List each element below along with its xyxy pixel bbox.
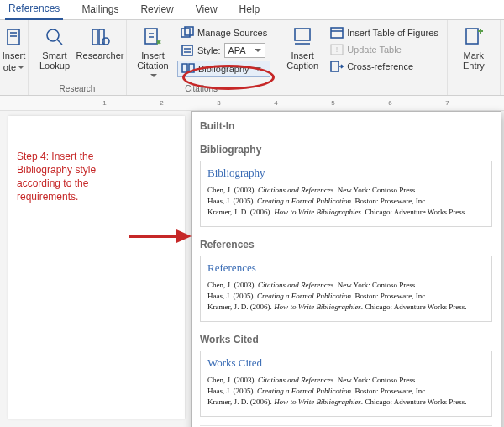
citation-icon <box>143 25 163 49</box>
instruction-text: Step 4: Insert the Bibliography style ac… <box>17 150 126 203</box>
insert-table-figures-label: Insert Table of Figures <box>347 28 438 38</box>
group-research: Smart Lookup Researcher Research <box>29 20 127 95</box>
caption-icon <box>292 25 312 49</box>
svg-point-3 <box>47 29 59 41</box>
update-table-button: ! Update Table <box>327 42 442 57</box>
tab-help[interactable]: Help <box>236 0 264 19</box>
insert-caption-label: Insert Caption <box>286 50 318 71</box>
gallery-heading-bibliography: Bibliography <box>200 144 492 156</box>
chevron-down-icon <box>253 64 261 74</box>
cross-ref-icon <box>330 60 344 73</box>
tab-review[interactable]: Review <box>137 0 176 19</box>
style-icon <box>181 44 194 57</box>
manage-sources-button[interactable]: Manage Sources <box>177 25 270 40</box>
gallery-separator <box>200 425 492 426</box>
manage-sources-label: Manage Sources <box>197 28 267 38</box>
note-icon <box>6 25 23 49</box>
svg-rect-12 <box>295 29 310 40</box>
bib-entry: Chen, J. (2003). Citations and Reference… <box>207 375 485 386</box>
ribbon-tabs: References Mailings Review View Help <box>0 0 504 20</box>
svg-rect-6 <box>99 29 104 45</box>
svg-rect-11 <box>182 45 192 55</box>
svg-rect-0 <box>8 29 19 45</box>
ruler-right: 1 · · · 2 · · · 3 · · · 4 · · · 5 · · · … <box>102 99 496 107</box>
group-index: Mark Entry <box>448 20 501 95</box>
gallery-item-works-cited[interactable]: Works Cited Chen, J. (2003). Citations a… <box>200 351 492 417</box>
ruler-left: · · · · · · <box>8 99 84 107</box>
insert-caption-button[interactable]: Insert Caption <box>281 22 323 71</box>
researcher-label: Researcher <box>76 50 124 61</box>
update-table-label: Update Table <box>347 45 402 55</box>
gallery-heading-works-cited: Works Cited <box>200 334 492 345</box>
tab-references[interactable]: References <box>5 0 63 20</box>
svg-rect-5 <box>92 29 97 45</box>
insert-note-label: Insert <box>3 50 26 61</box>
svg-rect-18 <box>331 61 339 71</box>
bib-entry: Kramer, J. D. (2006). How to Write Bibli… <box>207 207 485 218</box>
style-label: Style: <box>197 45 221 55</box>
gallery-builtin-heading: Built-In <box>200 120 492 132</box>
bib-entry: Haas, J. (2005). Creating a Formal Publi… <box>207 386 485 397</box>
group-citations-label: Citations <box>185 82 218 95</box>
ribbon: Insert ote Smart Lookup Researcher Resea… <box>0 20 504 96</box>
tab-mailings[interactable]: Mailings <box>78 0 122 19</box>
smart-lookup-label: Smart Lookup <box>39 50 70 71</box>
insert-citation-label: Insert Citation <box>134 50 172 81</box>
books-icon <box>89 25 111 49</box>
card-title: Works Cited <box>207 356 485 370</box>
card-title: References <box>207 261 485 275</box>
card-title: Bibliography <box>207 166 485 180</box>
cross-reference-button[interactable]: Cross-reference <box>327 59 442 74</box>
table-figures-icon <box>330 26 344 40</box>
bibliography-button[interactable]: Bibliography <box>177 61 270 77</box>
sources-icon <box>181 26 194 40</box>
cross-reference-label: Cross-reference <box>347 61 413 71</box>
bibliography-label: Bibliography <box>198 64 249 74</box>
svg-line-4 <box>57 40 62 45</box>
bib-entry: Haas, J. (2005). Creating a Formal Publi… <box>207 291 485 302</box>
update-table-icon: ! <box>330 43 344 56</box>
smart-lookup-button[interactable]: Smart Lookup <box>34 22 76 71</box>
svg-point-7 <box>102 38 109 45</box>
group-captions-label <box>360 82 363 95</box>
horizontal-ruler[interactable]: · · · · · · 1 · · · 2 · · · 3 · · · 4 · … <box>0 96 504 111</box>
document-page[interactable]: Step 4: Insert the Bibliography style ac… <box>8 116 185 419</box>
group-citations: Insert Citation Manage Sources Style: AP… <box>127 20 276 95</box>
style-value[interactable]: APA <box>224 43 265 58</box>
style-selector[interactable]: Style: APA <box>177 42 270 59</box>
svg-rect-8 <box>145 29 157 44</box>
bib-entry: Haas, J. (2005). Creating a Formal Publi… <box>207 196 485 207</box>
bibliography-icon <box>181 62 195 76</box>
researcher-button[interactable]: Researcher <box>79 22 121 61</box>
bib-entry: Kramer, J. D. (2006). How to Write Bibli… <box>207 302 485 313</box>
bibliography-gallery: Built-In Bibliography Bibliography Chen,… <box>191 111 501 427</box>
group-captions: Insert Caption Insert Table of Figures !… <box>276 20 448 95</box>
gallery-item-references[interactable]: References Chen, J. (2003). Citations an… <box>200 256 492 322</box>
insert-note-button[interactable]: Insert ote <box>2 22 27 72</box>
magnifier-icon <box>44 25 66 49</box>
gallery-heading-references: References <box>200 239 492 250</box>
mark-entry-button[interactable]: Mark Entry <box>453 22 495 71</box>
tab-view[interactable]: View <box>192 0 221 19</box>
group-research-label: Research <box>60 82 96 95</box>
insert-note-sub: ote <box>3 62 24 72</box>
svg-text:!: ! <box>336 45 339 54</box>
mark-entry-icon <box>465 25 483 49</box>
bib-entry: Chen, J. (2003). Citations and Reference… <box>207 280 485 291</box>
bib-entry: Kramer, J. D. (2006). How to Write Bibli… <box>207 397 485 408</box>
gallery-item-bibliography[interactable]: Bibliography Chen, J. (2003). Citations … <box>200 161 492 227</box>
document-area: Step 4: Insert the Bibliography style ac… <box>0 111 504 427</box>
svg-rect-14 <box>331 28 343 38</box>
mark-entry-label: Mark Entry <box>463 50 485 71</box>
bib-entry: Chen, J. (2003). Citations and Reference… <box>207 185 485 196</box>
insert-citation-button[interactable]: Insert Citation <box>132 22 174 81</box>
insert-table-figures-button[interactable]: Insert Table of Figures <box>327 25 442 40</box>
svg-rect-19 <box>466 29 478 44</box>
